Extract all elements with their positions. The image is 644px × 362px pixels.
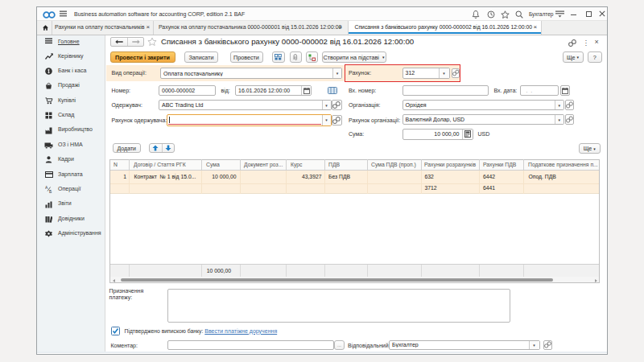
- svg-text:Б: Б: [49, 189, 52, 194]
- svg-text:А: А: [45, 186, 48, 190]
